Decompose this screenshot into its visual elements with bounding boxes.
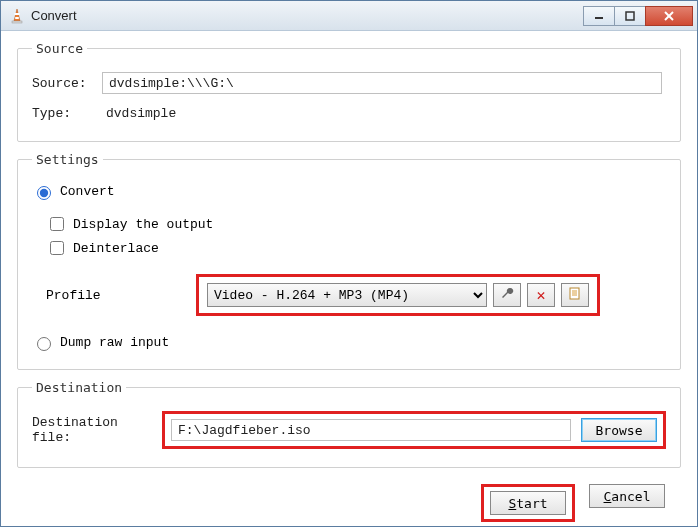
svg-rect-1 <box>15 13 20 15</box>
display-output-checkbox[interactable]: Display the output <box>46 214 666 234</box>
new-profile-button[interactable] <box>561 283 589 307</box>
profile-highlight: Video - H.264 + MP3 (MP4) ✕ <box>196 274 600 316</box>
browse-button[interactable]: Browse <box>581 418 657 442</box>
deinterlace-label: Deinterlace <box>73 241 159 256</box>
wrench-icon <box>500 286 514 304</box>
source-input[interactable] <box>102 72 662 94</box>
start-button[interactable]: Start <box>490 491 566 515</box>
vlc-icon <box>9 8 25 24</box>
deinterlace-input[interactable] <box>50 241 64 255</box>
convert-radio-input[interactable] <box>37 186 51 200</box>
dump-radio-input[interactable] <box>37 337 51 351</box>
window-title: Convert <box>31 8 584 23</box>
destination-group: Destination Destination file: Browse <box>17 380 681 468</box>
delete-profile-button[interactable]: ✕ <box>527 283 555 307</box>
source-label: Source: <box>32 76 102 91</box>
profile-label: Profile <box>46 288 196 303</box>
cancel-button[interactable]: Cancel <box>589 484 665 508</box>
maximize-button[interactable] <box>614 6 646 26</box>
display-output-label: Display the output <box>73 217 213 232</box>
dump-radio[interactable]: Dump raw input <box>32 334 666 351</box>
deinterlace-checkbox[interactable]: Deinterlace <box>46 238 666 258</box>
destination-file-input[interactable] <box>171 419 571 441</box>
settings-legend: Settings <box>32 152 103 167</box>
edit-profile-button[interactable] <box>493 283 521 307</box>
type-label: Type: <box>32 106 102 121</box>
new-profile-icon <box>568 286 582 304</box>
source-legend: Source <box>32 41 87 56</box>
svg-rect-5 <box>626 12 634 20</box>
convert-radio[interactable]: Convert <box>32 183 666 200</box>
delete-icon: ✕ <box>536 286 545 305</box>
destination-legend: Destination <box>32 380 126 395</box>
minimize-button[interactable] <box>583 6 615 26</box>
destination-highlight: Browse <box>162 411 666 449</box>
display-output-input[interactable] <box>50 217 64 231</box>
convert-dialog: Convert Source Source: Type: dvdsimple <box>0 0 698 527</box>
start-highlight: Start <box>481 484 575 522</box>
svg-rect-3 <box>12 21 22 23</box>
destination-file-label: Destination file: <box>32 415 162 445</box>
convert-radio-label: Convert <box>60 184 115 199</box>
dump-radio-label: Dump raw input <box>60 335 169 350</box>
type-value: dvdsimple <box>102 104 180 123</box>
svg-rect-2 <box>15 17 19 19</box>
settings-group: Settings Convert Display the output Dein… <box>17 152 681 370</box>
titlebar[interactable]: Convert <box>1 1 697 31</box>
source-group: Source Source: Type: dvdsimple <box>17 41 681 142</box>
profile-select[interactable]: Video - H.264 + MP3 (MP4) <box>207 283 487 307</box>
close-button[interactable] <box>645 6 693 26</box>
